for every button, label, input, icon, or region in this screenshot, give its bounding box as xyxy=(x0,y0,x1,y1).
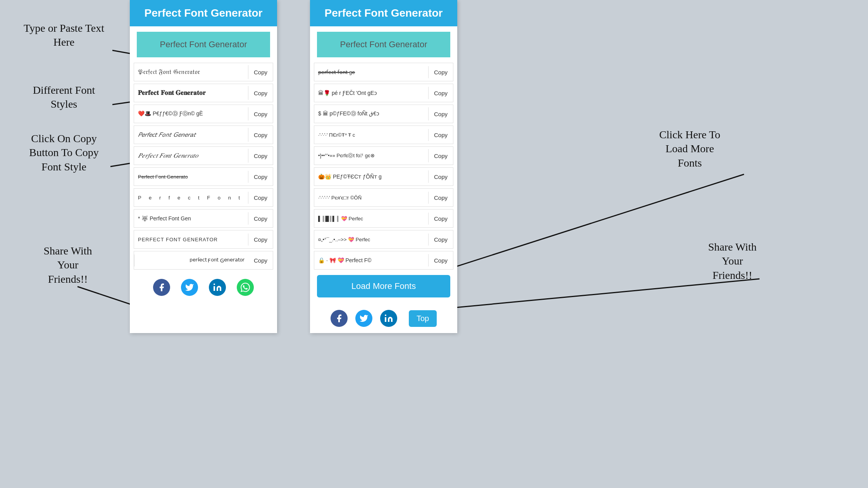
font-text: P e r f e c t F o n t xyxy=(134,192,248,204)
copy-button[interactable]: Copy xyxy=(429,129,453,141)
copy-button[interactable]: Copy xyxy=(248,191,273,204)
font-text: ɹoʇɐɹǝuǝ⅁ ʇuoℲ ʇɔǝɟɹǝd xyxy=(134,254,248,266)
font-text: 𝑃𝑒𝑟𝑓𝑒𝑐𝑡 𝐹𝑜𝑛𝑡 𝐺𝑒𝑛𝑒𝑟𝑎𝑡𝑜 xyxy=(134,149,248,163)
linkedin-icon[interactable] xyxy=(209,279,226,296)
font-row: ¤„•°¯_.•..–>> 💝 Perfec Copy xyxy=(314,230,453,249)
copy-button[interactable]: Copy xyxy=(429,191,453,204)
font-row: p̶e̶r̶f̶e̶c̶t̶ ̶f̶o̶n̶t̶ ̶ge̶ Copy xyxy=(314,63,453,81)
font-text: 🔒 · 🎀 💝 Perfect F© xyxy=(314,254,429,266)
copy-button[interactable]: Copy xyxy=(429,212,453,225)
font-text: ▌║█║▌║ 💝 Perfec xyxy=(314,213,429,225)
font-row: 𝔓𝔢𝔯𝔣𝔢𝔠𝔱 𝔉𝔬𝔫𝔱 𝔊𝔢𝔫𝔢𝔯𝔞𝔱𝔬𝔯 Copy xyxy=(134,63,273,81)
font-row: 𝘗𝘦𝘳𝘧𝘦𝘤𝘵 𝘍𝘰𝘯𝘵 𝘎𝘦𝘯𝘦𝘳𝘢𝘵 Copy xyxy=(134,125,273,144)
annotation-type-paste: Type or Paste Text Here xyxy=(16,21,112,50)
facebook-icon[interactable] xyxy=(153,279,170,296)
font-row: PERFECT FONT GENERATOR Copy xyxy=(134,230,273,249)
annotation-load-more: Click Here ToLoad MoreFonts xyxy=(636,128,744,170)
right-text-input[interactable] xyxy=(317,32,450,57)
font-row: ·'·'·'·' ΠЄr©Ŧᵃ Ŧ c Copy xyxy=(314,125,453,144)
font-text: p̶e̶r̶f̶e̶c̶t̶ ̶f̶o̶n̶t̶ ̶ge̶ xyxy=(314,66,429,78)
left-social-row xyxy=(130,272,277,301)
font-text: ·'·'·'·' ΠЄr©Ŧᵃ Ŧ c xyxy=(314,129,429,141)
font-row: 🔒 · 🎀 💝 Perfect F© Copy xyxy=(314,251,453,270)
font-text: ❤️🎩 P€ƒƒ€©Ⓓ ƑⓄn© gÈ xyxy=(134,107,248,120)
copy-button[interactable]: Copy xyxy=(248,170,273,183)
font-text: 𝐏𝐞𝐫𝐟𝐞𝐜𝐭 𝐅𝐨𝐧𝐭 𝐆𝐞𝐧𝐞𝐫𝐚𝐭𝐨𝐫 xyxy=(134,86,248,100)
font-text: 🏛🌹 pé r ƑEČt 'Ont gEↄ xyxy=(314,87,429,99)
font-text: •]••°'•»» PєrfєⓄt fo᷊ᵗ gє⊗ xyxy=(314,149,429,162)
right-social-row: Top xyxy=(310,303,457,332)
svg-point-13 xyxy=(385,314,386,316)
font-row: 𝐏𝐞𝐫𝐟𝐞𝐜𝐭 𝐅𝐨𝐧𝐭 𝐆𝐞𝐧𝐞𝐫𝐚𝐭𝐨𝐫 Copy xyxy=(134,84,273,102)
font-row: $ 🏛 p©ƒFE©Ⓓ foÑt ق€ɔ Copy xyxy=(314,105,453,123)
copy-button[interactable]: Copy xyxy=(429,87,453,100)
font-text: $ 🏛 p©ƒFE©Ⓓ foÑt ق€ɔ xyxy=(314,107,429,120)
load-more-button[interactable]: Load More Fonts xyxy=(317,275,450,297)
font-text: Perfect Font Generato xyxy=(134,171,248,183)
font-text: ·'·'·'·'·' Pєя'є□т ©ÔÑ xyxy=(314,192,429,204)
copy-button[interactable]: Copy xyxy=(248,66,273,79)
font-text: 𝔓𝔢𝔯𝔣𝔢𝔠𝔱 𝔉𝔬𝔫𝔱 𝔊𝔢𝔫𝔢𝔯𝔞𝔱𝔬𝔯 xyxy=(134,65,248,79)
left-font-list: 𝔓𝔢𝔯𝔣𝔢𝔠𝔱 𝔉𝔬𝔫𝔱 𝔊𝔢𝔫𝔢𝔯𝔞𝔱𝔬𝔯 Copy 𝐏𝐞𝐫𝐟𝐞𝐜𝐭 𝐅𝐨𝐧𝐭… xyxy=(130,63,277,270)
whatsapp-icon[interactable] xyxy=(237,279,254,296)
copy-button[interactable]: Copy xyxy=(248,149,273,162)
font-text: 🎃👑 ΡEƒ©ŦЄCᴛ ƒÕÑᴛ g xyxy=(314,170,429,183)
copy-button[interactable]: Copy xyxy=(429,66,453,79)
annotation-different-fonts: Different FontStyles xyxy=(12,83,116,112)
font-row: ❤️🎩 P€ƒƒ€©Ⓓ ƑⓄn© gÈ Copy xyxy=(134,105,273,123)
copy-button[interactable]: Copy xyxy=(248,108,273,120)
right-phone-panel: Perfect Font Generator p̶e̶r̶f̶e̶c̶t̶ ̶f… xyxy=(310,0,457,333)
copy-button[interactable]: Copy xyxy=(248,254,273,267)
twitter-icon-right[interactable] xyxy=(355,310,372,327)
font-row: P e r f e c t F o n t Copy xyxy=(134,188,273,207)
copy-button[interactable]: Copy xyxy=(429,233,453,246)
font-row: 🎃👑 ΡEƒ©ŦЄCᴛ ƒÕÑᴛ g Copy xyxy=(314,167,453,186)
font-row: 🏛🌹 pé r ƑEČt 'Ont gEↄ Copy xyxy=(314,84,453,102)
facebook-icon-right[interactable] xyxy=(331,310,348,327)
annotation-share-left: Share WithYourFriends!! xyxy=(19,244,116,286)
right-font-list: p̶e̶r̶f̶e̶c̶t̶ ̶f̶o̶n̶t̶ ̶ge̶ Copy 🏛🌹 pé… xyxy=(310,63,457,270)
copy-button[interactable]: Copy xyxy=(248,87,273,100)
top-button[interactable]: Top xyxy=(409,310,437,327)
left-phone-panel: Perfect Font Generator 𝔓𝔢𝔯𝔣𝔢𝔠𝔱 𝔉𝔬𝔫𝔱 𝔊𝔢𝔫𝔢… xyxy=(130,0,277,333)
copy-button[interactable]: Copy xyxy=(248,212,273,225)
font-text: PERFECT FONT GENERATOR xyxy=(134,234,248,246)
font-text: ¤„•°¯_.•..–>> 💝 Perfec xyxy=(314,234,429,246)
twitter-icon[interactable] xyxy=(181,279,198,296)
text-input[interactable] xyxy=(137,32,270,57)
annotation-share-right: Share WithYourFriends!! xyxy=(682,240,783,282)
font-row: Perfect Font Generato Copy xyxy=(134,167,273,186)
right-panel-header: Perfect Font Generator xyxy=(310,0,457,26)
copy-button[interactable]: Copy xyxy=(429,170,453,183)
copy-button[interactable]: Copy xyxy=(429,254,453,267)
left-panel-header: Perfect Font Generator xyxy=(130,0,277,26)
copy-button[interactable]: Copy xyxy=(429,108,453,120)
font-text: 𝘗𝘦𝘳𝘧𝘦𝘤𝘵 𝘍𝘰𝘯𝘵 𝘎𝘦𝘯𝘦𝘳𝘢𝘵 xyxy=(134,128,248,142)
font-row: ·'·'·'·'·' Pєя'є□т ©ÔÑ Copy xyxy=(314,188,453,207)
font-text: * 🐺 Perfect Font Gen xyxy=(134,212,248,225)
linkedin-icon-right[interactable] xyxy=(380,310,397,327)
font-row: •]••°'•»» PєrfєⓄt fo᷊ᵗ gє⊗ Copy xyxy=(314,146,453,165)
font-row: 𝑃𝑒𝑟𝑓𝑒𝑐𝑡 𝐹𝑜𝑛𝑡 𝐺𝑒𝑛𝑒𝑟𝑎𝑡𝑜 Copy xyxy=(134,146,273,165)
copy-button[interactable]: Copy xyxy=(248,129,273,141)
copy-button[interactable]: Copy xyxy=(429,149,453,162)
svg-point-12 xyxy=(214,284,215,285)
font-row: ɹoʇɐɹǝuǝ⅁ ʇuoℲ ʇɔǝɟɹǝd Copy xyxy=(134,251,273,270)
font-row: * 🐺 Perfect Font Gen Copy xyxy=(134,209,273,228)
annotation-click-copy: Click On CopyButton To CopyFont Style xyxy=(8,132,120,174)
font-row: ▌║█║▌║ 💝 Perfec Copy xyxy=(314,209,453,228)
copy-button[interactable]: Copy xyxy=(248,233,273,246)
